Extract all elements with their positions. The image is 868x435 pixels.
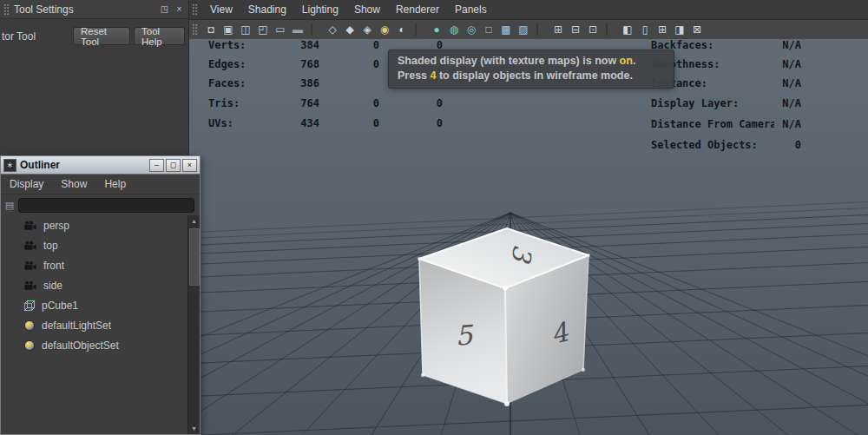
menu-panels[interactable]: Panels bbox=[447, 0, 495, 19]
set-icon bbox=[23, 320, 36, 332]
bounding-box-icon[interactable]: □ bbox=[480, 22, 497, 37]
menubar-grip-handle[interactable] bbox=[192, 3, 198, 16]
notification-line-2: Press 4 to display objects in wireframe … bbox=[398, 69, 665, 83]
hud-uvs-row: UVs:43400 bbox=[208, 117, 443, 129]
resolution-gate-icon[interactable]: ▣ bbox=[220, 22, 237, 37]
minimize-button[interactable]: – bbox=[149, 159, 164, 172]
list-item-pcube1[interactable]: pCube1 bbox=[1, 295, 200, 315]
float-window-icon[interactable]: ◳ bbox=[158, 3, 171, 16]
scroll-up-icon[interactable]: ▲ bbox=[188, 215, 200, 227]
close-icon[interactable]: × bbox=[173, 3, 186, 16]
lights-icon[interactable]: ◉ bbox=[376, 22, 393, 37]
tool-name-label: tor Tool bbox=[2, 30, 36, 43]
default-material-icon[interactable]: ● bbox=[428, 22, 445, 37]
close-button[interactable]: × bbox=[182, 159, 197, 172]
outliner-scrollbar[interactable]: ▲ ▼ bbox=[187, 215, 200, 434]
outliner-title: Outliner bbox=[20, 159, 60, 171]
camera-icon bbox=[23, 241, 37, 251]
flat-shade-icon[interactable]: ◎ bbox=[463, 22, 480, 37]
menu-show[interactable]: Show bbox=[346, 0, 388, 19]
outliner-window: ∗ Outliner – ◻ × Display Show Help ▤ per… bbox=[0, 155, 201, 435]
viewport-canvas[interactable]: 3 5 4 Verts:38400 Edges:7680 Faces:386 T… bbox=[188, 39, 868, 435]
menu-show[interactable]: Show bbox=[52, 178, 95, 190]
close-panel-icon[interactable]: ⊠ bbox=[688, 22, 706, 37]
field-chart-icon[interactable]: ◰ bbox=[254, 22, 272, 37]
list-item-default-light-set[interactable]: defaultLightSet bbox=[1, 315, 200, 335]
layout-four-pane-icon[interactable]: ⊞ bbox=[654, 22, 671, 37]
outliner-menubar: Display Show Help bbox=[1, 175, 200, 194]
hud-distance-row: Distance From Camera:N/A bbox=[651, 118, 801, 130]
menu-lighting[interactable]: Lighting bbox=[294, 0, 346, 19]
toolbar-grip-handle[interactable] bbox=[192, 23, 198, 36]
set-icon bbox=[23, 339, 36, 352]
outliner-titlebar[interactable]: ∗ Outliner – ◻ × bbox=[1, 156, 200, 175]
menu-display[interactable]: Display bbox=[1, 178, 52, 190]
outliner-app-icon: ∗ bbox=[3, 159, 16, 172]
exposure-icon[interactable]: ⊞ bbox=[549, 22, 567, 37]
cube-icon bbox=[23, 300, 36, 312]
shadows-icon[interactable]: ◐ bbox=[393, 22, 411, 37]
xray-icon[interactable]: ▩ bbox=[497, 22, 515, 37]
reset-tool-button[interactable]: Reset Tool bbox=[73, 27, 130, 45]
viewport-panel: View Shading Lighting Show Renderer Pane… bbox=[188, 0, 868, 435]
list-item-side[interactable]: side bbox=[1, 275, 200, 295]
gate-mask-icon[interactable]: ◫ bbox=[237, 22, 254, 37]
menu-help[interactable]: Help bbox=[95, 178, 135, 190]
outliner-search-input[interactable] bbox=[18, 198, 194, 213]
list-item-default-object-set[interactable]: defaultObjectSet bbox=[1, 335, 200, 355]
scroll-down-icon[interactable]: ▼ bbox=[188, 423, 200, 434]
menu-view[interactable]: View bbox=[202, 0, 240, 19]
safe-action-icon[interactable]: ▭ bbox=[272, 22, 289, 37]
tool-help-button[interactable]: Tool Help bbox=[134, 27, 185, 45]
outliner-search-row: ▤ bbox=[1, 194, 200, 215]
notification-popup: Shaded display (with texture maps) is no… bbox=[388, 49, 674, 89]
hud-display-layer-row: Display Layer:N/A bbox=[651, 97, 801, 109]
camera-icon bbox=[23, 280, 37, 291]
menu-shading[interactable]: Shading bbox=[240, 0, 294, 19]
list-item-top[interactable]: top bbox=[1, 235, 200, 255]
film-gate-icon[interactable]: ◘ bbox=[202, 22, 220, 37]
hud-tris-row: Tris:76400 bbox=[208, 97, 443, 109]
camera-icon bbox=[23, 221, 37, 231]
camera-icon bbox=[23, 260, 37, 271]
toolbar-icons: ◘ ▣ ◫ ◰ ▭ ▬ ▏ ◇ ◆ ◈ bbox=[202, 20, 706, 39]
separator[interactable]: ▏ bbox=[602, 22, 619, 37]
tool-settings-title: Tool Settings bbox=[14, 3, 74, 16]
outliner-list: persp top front side pCube1 defaultLight… bbox=[1, 215, 200, 434]
smooth-shade-icon[interactable]: ◍ bbox=[445, 22, 463, 37]
list-item-persp[interactable]: persp bbox=[1, 215, 200, 235]
panel-menubar: View Shading Lighting Show Renderer Pane… bbox=[188, 0, 868, 20]
tool-settings-header-row: tor Tool Reset Tool Tool Help bbox=[0, 23, 188, 53]
scrollbar-thumb[interactable] bbox=[189, 228, 200, 286]
layout-single-pane-icon[interactable]: ▯ bbox=[636, 22, 654, 37]
wireframe-icon[interactable]: ◇ bbox=[324, 22, 341, 37]
filter-icon[interactable]: ▤ bbox=[3, 199, 16, 211]
shaded-icon[interactable]: ◆ bbox=[341, 22, 358, 37]
separator[interactable]: ▏ bbox=[532, 22, 549, 37]
restore-button[interactable]: ◻ bbox=[166, 159, 181, 172]
list-item-front[interactable]: front bbox=[1, 255, 200, 275]
maya-window: View Shading Lighting Show Renderer Pane… bbox=[0, 0, 868, 435]
panel-toolbar: ◘ ▣ ◫ ◰ ▭ ▬ ▏ ◇ ◆ ◈ bbox=[188, 20, 868, 40]
tool-settings-grip-handle[interactable] bbox=[3, 3, 10, 16]
view-transform-icon[interactable]: ⊡ bbox=[584, 22, 602, 37]
xray-joints-icon[interactable]: ▨ bbox=[515, 22, 532, 37]
hud-selected-objects-row: Selected Objects:0 bbox=[651, 139, 801, 151]
notification-line-1: Shaded display (with texture maps) is no… bbox=[398, 54, 665, 69]
layout-outliner-persp-icon[interactable]: ◨ bbox=[671, 22, 688, 37]
textured-icon[interactable]: ◈ bbox=[358, 22, 376, 37]
menu-renderer[interactable]: Renderer bbox=[388, 0, 447, 19]
safe-title-icon[interactable]: ▬ bbox=[289, 22, 306, 37]
tool-settings-titlebar: Tool Settings ◳ × bbox=[0, 0, 188, 19]
isolate-select-icon[interactable]: ◧ bbox=[619, 22, 636, 37]
separator[interactable]: ▏ bbox=[411, 22, 428, 37]
separator[interactable]: ▏ bbox=[306, 22, 324, 37]
gamma-icon[interactable]: ⊟ bbox=[567, 22, 584, 37]
